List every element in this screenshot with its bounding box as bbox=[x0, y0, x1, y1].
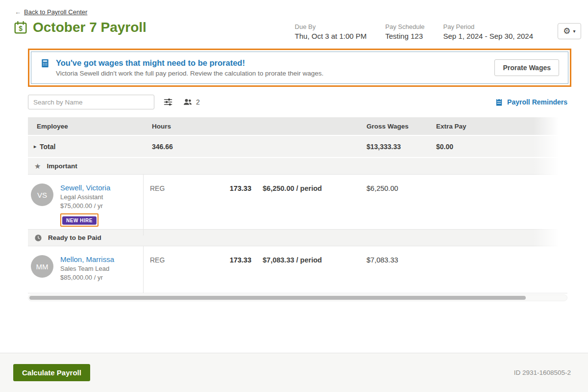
alert-text: You've got wages that might need to be p… bbox=[56, 58, 323, 77]
column-header-employee: Employee bbox=[28, 123, 143, 130]
search-input[interactable] bbox=[28, 95, 154, 109]
hours-cell: REG 173.33 $6,250.00 / period bbox=[143, 175, 358, 235]
pay-type-label: REG bbox=[144, 256, 197, 264]
title-wrap: $ October 7 Payroll bbox=[13, 20, 147, 35]
reminders-notepad-icon bbox=[495, 98, 503, 106]
meta-label: Due By bbox=[295, 23, 367, 30]
prorate-alert-banner: You've got wages that might need to be p… bbox=[31, 52, 568, 84]
employee-count: 2 bbox=[183, 97, 200, 107]
section-title: Ready to be Paid bbox=[48, 234, 101, 241]
calendar-dollar-icon: $ bbox=[13, 20, 28, 35]
calculate-payroll-button[interactable]: Calculate Payroll bbox=[13, 364, 90, 381]
alert-title: You've got wages that might need to be p… bbox=[56, 58, 323, 68]
star-icon: ★ bbox=[34, 162, 41, 170]
meta-value: Sep 1, 2024 - Sep 30, 2024 bbox=[443, 32, 533, 40]
avatar: VS bbox=[31, 183, 53, 206]
employee-count-value: 2 bbox=[196, 98, 200, 106]
employee-row-mellon: MM Mellon, Marrissa Sales Team Lead $85,… bbox=[28, 246, 567, 293]
back-arrow-icon: ← bbox=[15, 8, 21, 16]
table-header-row: Employee Hours Gross Wages Extra Pay bbox=[28, 117, 567, 136]
extra-pay-value bbox=[427, 175, 567, 184]
period-rate-value: $7,083.33 / period bbox=[263, 256, 322, 264]
employee-role: Sales Team Lead bbox=[60, 265, 114, 272]
period-rate-value: $6,250.00 / period bbox=[263, 184, 322, 192]
table-toolbar: 2 Payroll Reminders bbox=[28, 95, 567, 109]
scrollbar-thumb[interactable] bbox=[29, 296, 526, 300]
filter-sliders-icon[interactable] bbox=[163, 97, 173, 107]
people-icon bbox=[183, 97, 193, 107]
page-header: $ October 7 Payroll Due By Thu, Oct 3 at… bbox=[0, 16, 588, 40]
topbar: ← Back to Payroll Center bbox=[0, 0, 588, 16]
hours-cell: REG 173.33 $7,083.33 / period bbox=[143, 246, 358, 293]
payroll-table: Employee Hours Gross Wages Extra Pay ▸ T… bbox=[28, 117, 567, 301]
total-row[interactable]: ▸ Total 346.66 $13,333.33 $0.00 bbox=[28, 136, 567, 158]
total-gross-wages: $13,333.33 bbox=[358, 143, 427, 151]
section-title: Important bbox=[47, 162, 77, 170]
horizontal-scrollbar[interactable] bbox=[28, 294, 567, 301]
column-header-hours: Hours bbox=[143, 123, 358, 130]
hours-value: 173.33 bbox=[197, 184, 251, 192]
hours-value: 173.33 bbox=[197, 256, 251, 264]
meta-label: Pay Period bbox=[443, 23, 533, 30]
calculator-icon bbox=[40, 58, 50, 68]
column-header-extra-pay: Extra Pay bbox=[427, 123, 567, 130]
meta-label: Pay Schedule bbox=[385, 23, 424, 30]
svg-text:$: $ bbox=[19, 25, 23, 32]
payroll-reminders-link[interactable]: Payroll Reminders bbox=[495, 98, 567, 106]
payroll-meta: Due By Thu, Oct 3 at 1:00 PM Pay Schedul… bbox=[295, 20, 581, 40]
meta-value: Testing 123 bbox=[385, 32, 424, 40]
total-label: Total bbox=[40, 143, 55, 151]
gross-wages-value: $7,083.33 bbox=[358, 246, 427, 264]
employee-cell: VS Sewell, Victoria Legal Assistant $75,… bbox=[28, 175, 143, 235]
employee-cell: MM Mellon, Marrissa Sales Team Lead $85,… bbox=[28, 246, 143, 293]
alert-message: Victoria Sewell didn't work the full pay… bbox=[56, 70, 323, 77]
employee-info: Mellon, Marrissa Sales Team Lead $85,000… bbox=[60, 255, 114, 284]
chevron-right-icon: ▸ bbox=[34, 144, 36, 149]
section-header-important: ★ Important bbox=[28, 158, 567, 175]
gear-icon: ⚙ bbox=[563, 27, 570, 35]
employee-salary: $75,000.00 / yr bbox=[60, 202, 110, 209]
gross-wages-value: $6,250.00 bbox=[358, 175, 427, 192]
employee-name-link[interactable]: Sewell, Victoria bbox=[60, 183, 110, 192]
total-hours: 346.66 bbox=[143, 143, 358, 151]
payroll-id: ID 2931-1608505-2 bbox=[514, 369, 571, 376]
column-header-gross-wages: Gross Wages bbox=[358, 123, 427, 130]
employee-salary: $85,000.00 / yr bbox=[60, 274, 114, 281]
employee-name-link[interactable]: Mellon, Marrissa bbox=[60, 255, 114, 263]
new-hire-badge-highlight: NEW HIRE bbox=[60, 213, 98, 227]
pay-type-label: REG bbox=[144, 184, 197, 192]
payroll-page: ← Back to Payroll Center $ October 7 Pay… bbox=[0, 0, 588, 353]
employee-info: Sewell, Victoria Legal Assistant $75,000… bbox=[60, 183, 110, 227]
total-label-cell: ▸ Total bbox=[28, 143, 143, 151]
prorate-wages-button[interactable]: Prorate Wages bbox=[494, 59, 559, 76]
alert-content: You've got wages that might need to be p… bbox=[40, 58, 323, 77]
meta-value: Thu, Oct 3 at 1:00 PM bbox=[295, 32, 367, 40]
employee-role: Legal Assistant bbox=[60, 193, 110, 201]
avatar: MM bbox=[31, 255, 53, 278]
page-footer: Calculate Payroll ID 2931-1608505-2 bbox=[0, 353, 588, 392]
employee-row-sewell: VS Sewell, Victoria Legal Assistant $75,… bbox=[28, 175, 567, 230]
back-link-label: Back to Payroll Center bbox=[24, 8, 87, 16]
page-title: October 7 Payroll bbox=[33, 20, 147, 35]
chevron-down-icon: ▾ bbox=[573, 28, 576, 34]
prorate-alert-highlight: You've got wages that might need to be p… bbox=[28, 49, 571, 87]
settings-menu-button[interactable]: ⚙ ▾ bbox=[558, 23, 581, 39]
meta-due-by: Due By Thu, Oct 3 at 1:00 PM bbox=[295, 23, 367, 40]
total-extra-pay: $0.00 bbox=[427, 143, 567, 151]
back-link[interactable]: ← Back to Payroll Center bbox=[15, 8, 87, 16]
meta-pay-period: Pay Period Sep 1, 2024 - Sep 30, 2024 bbox=[443, 23, 533, 40]
meta-pay-schedule: Pay Schedule Testing 123 bbox=[385, 23, 424, 40]
clock-icon bbox=[34, 234, 42, 242]
payroll-reminders-label: Payroll Reminders bbox=[507, 98, 567, 106]
new-hire-badge: NEW HIRE bbox=[62, 216, 97, 225]
extra-pay-value bbox=[427, 246, 567, 256]
